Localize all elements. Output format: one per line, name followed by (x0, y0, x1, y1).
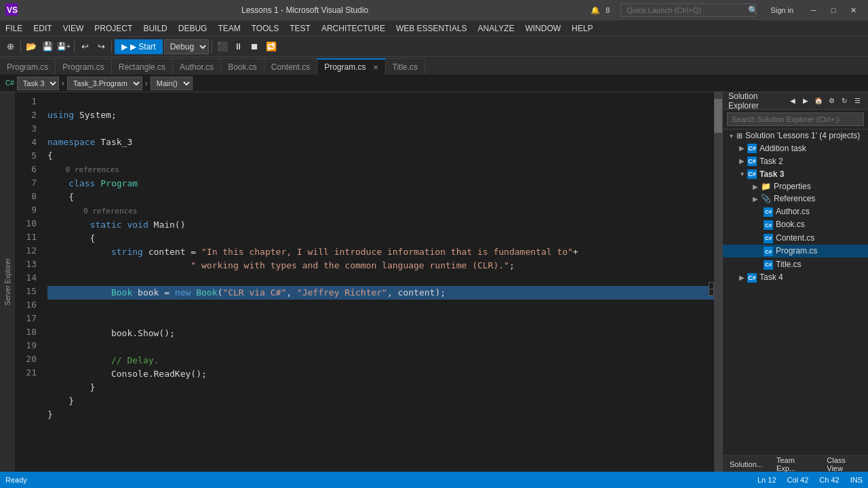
menu-item-help[interactable]: HELP (566, 20, 598, 36)
editor-vscroll[interactable] (714, 92, 722, 472)
proj-icon: C# (747, 169, 757, 179)
se-back-btn[interactable]: ◀ (787, 96, 798, 106)
proj-icon: C# (747, 272, 757, 283)
solution-label: Solution 'Lessons 1' (4 projects) (745, 131, 860, 140)
status-col: Col 42 (787, 476, 809, 484)
tab-rectangle-cs[interactable]: Rectangle.cs (112, 58, 173, 75)
minimize-btn[interactable]: ─ (804, 3, 823, 17)
se-footer-tab-team[interactable]: Team Exp... (770, 456, 820, 472)
se-search-area (723, 110, 868, 129)
se-project-task3[interactable]: ▾ C# Task 3 (723, 167, 868, 180)
menu-item-build[interactable]: BUILD (138, 20, 172, 36)
arrow-right-icon: ▶ (736, 144, 747, 152)
tb-extra-2[interactable]: ⏸ (231, 39, 246, 54)
breadcrumb-namespace[interactable]: Task_3.Program (67, 77, 142, 90)
se-settings-btn[interactable]: ⚙ (826, 96, 837, 106)
menu-item-debug[interactable]: DEBUG (173, 20, 213, 36)
book-cs-label: Book.cs (776, 220, 805, 229)
menu-item-team[interactable]: TEAM (212, 20, 245, 36)
breadcrumb-method[interactable]: Main() (151, 77, 193, 90)
se-footer-tab-solution[interactable]: Solution... (723, 456, 770, 472)
se-author-item[interactable]: C# Author.cs (723, 205, 868, 218)
code-content[interactable]: using System; namespace Task_3 { 0 refer… (42, 92, 722, 472)
tab-label: Program.cs (7, 62, 48, 72)
se-references-item[interactable]: ▶ 📎 References (723, 192, 868, 205)
menu-item-web-essentials[interactable]: WEB ESSENTIALS (391, 20, 473, 36)
solution-icon: ⊞ (736, 131, 743, 140)
se-header: Solution Explorer ◀ ▶ 🏠 ⚙ ↻ ☰ (723, 92, 868, 110)
undo-btn[interactable]: ↩ (77, 39, 92, 54)
title-bar: VS Lessons 1 - Microsoft Visual Studio 🔔… (0, 0, 868, 20)
se-title-item[interactable]: C# Title.cs (723, 258, 868, 271)
line-numbers: 123456789101112131415161718192021 (15, 92, 42, 472)
cs-icon: C# (764, 246, 773, 257)
task4-label: Task 4 (760, 272, 783, 282)
se-refresh-btn[interactable]: ↻ (839, 96, 850, 106)
scroll-thumb[interactable] (714, 99, 722, 133)
menu-item-window[interactable]: WINDOW (519, 20, 566, 36)
se-solution-item[interactable]: ▾ ⊞ Solution 'Lessons 1' (4 projects) (723, 129, 868, 142)
se-program-item[interactable]: C# Program.cs (723, 245, 868, 258)
se-project-addition[interactable]: ▶ C# Addition task (723, 142, 868, 155)
tb-extra-3[interactable]: ⏹ (248, 39, 262, 54)
notification-icon[interactable]: 🔔 (591, 6, 600, 15)
redo-btn[interactable]: ↪ (94, 39, 108, 54)
menu-item-analyze[interactable]: ANALYZE (473, 20, 520, 36)
se-fwd-btn[interactable]: ▶ (800, 96, 811, 106)
tab-program-cs-2[interactable]: Program.cs (56, 58, 111, 75)
tab-program-cs-1[interactable]: Program.cs (0, 58, 56, 75)
se-project-task2[interactable]: ▶ C# Task 2 (723, 155, 868, 167)
se-book-item[interactable]: C# Book.cs (723, 218, 868, 232)
se-filter-btn[interactable]: ☰ (852, 96, 863, 106)
menu-item-view[interactable]: VIEW (58, 20, 90, 36)
tab-book-cs[interactable]: Book.cs (221, 58, 264, 75)
tb-extra-1[interactable]: ⬛ (215, 39, 230, 54)
tab-author-cs[interactable]: Author.cs (173, 58, 221, 75)
menu-item-edit[interactable]: EDIT (28, 20, 57, 36)
open-btn[interactable]: 📂 (24, 39, 39, 54)
breadcrumb-task[interactable]: Task 3 (17, 77, 59, 90)
tb-extra-4[interactable]: 🔁 (264, 39, 279, 54)
cs-icon: C# (764, 259, 773, 270)
tab-title-cs[interactable]: Title.cs (386, 58, 426, 75)
task3-label: Task 3 (760, 169, 784, 179)
collapse-indicator: ─ (709, 282, 714, 296)
se-content-item[interactable]: C# Content.cs (723, 231, 868, 245)
proj-icon: C# (747, 156, 757, 166)
code-editor[interactable]: 123456789101112131415161718192021 using … (15, 92, 722, 472)
tab-program-cs-active[interactable]: Program.cs ✕ (317, 58, 385, 75)
maximize-btn[interactable]: □ (824, 3, 843, 17)
start-btn[interactable]: ▶ ▶ Start (115, 39, 163, 54)
window-controls: ─ □ ✕ (804, 3, 863, 17)
menu-item-tools[interactable]: TOOLS (246, 20, 284, 36)
left-gutter: Server Explorer (0, 92, 15, 472)
menu-item-test[interactable]: TEST (284, 20, 316, 36)
tab-content-cs[interactable]: Content.cs (264, 58, 317, 75)
close-btn[interactable]: ✕ (844, 3, 863, 17)
save-btn[interactable]: 💾 (40, 39, 55, 54)
sign-in-btn[interactable]: Sign in (770, 6, 793, 14)
notification-count: 8 (606, 6, 610, 14)
references-icon: 📎 (761, 194, 771, 203)
close-icon[interactable]: ✕ (373, 64, 378, 71)
author-cs-label: Author.cs (776, 207, 810, 216)
folder-icon: 📁 (761, 182, 771, 191)
menu-item-file[interactable]: FILE (0, 20, 28, 36)
server-explorer-label: Server Explorer (4, 258, 12, 305)
se-search-input[interactable] (727, 113, 864, 126)
se-footer: Solution... Team Exp... Class View (723, 455, 868, 472)
solution-explorer: Solution Explorer ◀ ▶ 🏠 ⚙ ↻ ☰ ▾ ⊞ Soluti… (722, 92, 868, 472)
se-home-btn[interactable]: 🏠 (813, 96, 824, 106)
menu-item-project[interactable]: PROJECT (89, 20, 138, 36)
menu-bar: FILE EDIT VIEW PROJECT BUILD DEBUG TEAM … (0, 20, 868, 37)
debug-config-select[interactable]: Debug (164, 39, 209, 54)
se-project-task4[interactable]: ▶ C# Task 4 (723, 271, 868, 284)
menu-item-architecture[interactable]: ARCHITECTURE (316, 20, 391, 36)
quick-launch-input[interactable] (620, 3, 756, 17)
se-footer-tab-class[interactable]: Class View (820, 456, 868, 472)
status-ln: Ln 12 (757, 476, 776, 484)
new-project-btn[interactable]: ⊕ (3, 39, 18, 54)
save-all-btn[interactable]: 💾+ (56, 39, 71, 54)
breadcrumb-bar: C# Task 3 › Task_3.Program › Main() (0, 75, 868, 92)
se-properties-item[interactable]: ▶ 📁 Properties (723, 180, 868, 192)
